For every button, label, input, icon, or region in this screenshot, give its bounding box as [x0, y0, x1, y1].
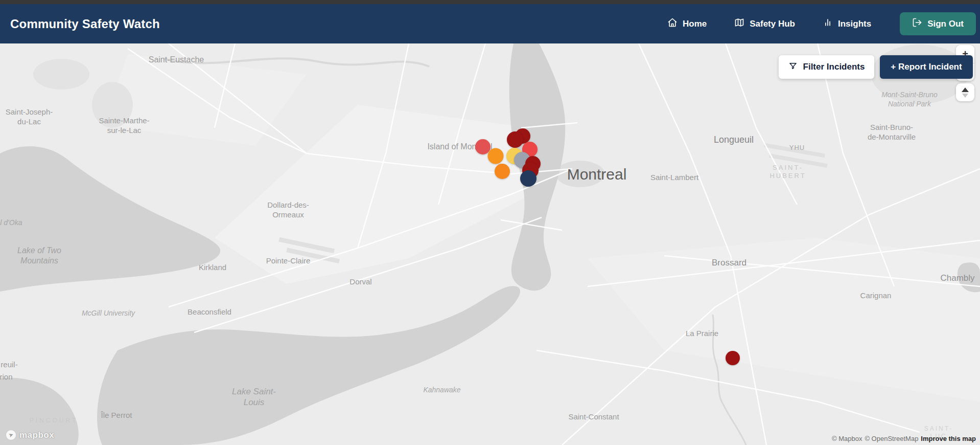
- attribution-mapbox-link[interactable]: © Mapbox: [832, 435, 862, 442]
- nav-safety-hub-label: Safety Hub: [750, 19, 795, 29]
- incident-marker[interactable]: [495, 164, 510, 179]
- filter-incidents-label: Filter Incidents: [803, 62, 865, 72]
- bar-chart-icon: [823, 17, 833, 30]
- sign-out-icon: [912, 17, 922, 30]
- pitch-up-icon: [962, 87, 969, 92]
- mapbox-logo[interactable]: ➤ mapbox: [5, 429, 54, 441]
- nav-insights[interactable]: Insights: [823, 17, 871, 30]
- pitch-toggle-button[interactable]: [956, 83, 974, 101]
- nav-home-label: Home: [683, 19, 707, 29]
- nav-insights-label: Insights: [838, 19, 871, 29]
- sign-out-label: Sign Out: [927, 19, 964, 29]
- window-top-strip: [0, 0, 980, 4]
- nav-safety-hub[interactable]: Safety Hub: [734, 17, 795, 30]
- funnel-icon: [788, 61, 798, 73]
- incident-marker[interactable]: [520, 170, 536, 187]
- map-icon: [734, 17, 744, 30]
- map-attribution: © Mapbox © OpenStreetMap Improve this ma…: [832, 435, 976, 442]
- app-header: Community Safety Watch Home Safety Hub I…: [0, 4, 980, 43]
- incident-marker[interactable]: [488, 148, 504, 164]
- mapbox-logo-icon: ➤: [5, 429, 17, 441]
- home-icon: [667, 17, 678, 30]
- attribution-osm-link[interactable]: © OpenStreetMap: [865, 435, 918, 442]
- mapbox-logo-word: mapbox: [19, 430, 54, 440]
- pitch-down-icon: [962, 94, 968, 98]
- main-nav: Home Safety Hub Insights Sign Out: [667, 12, 976, 35]
- incident-marker[interactable]: [507, 131, 523, 148]
- report-incident-button[interactable]: + Report Incident: [880, 55, 973, 79]
- improve-map-link[interactable]: Improve this map: [921, 435, 976, 442]
- filter-incidents-button[interactable]: Filter Incidents: [779, 55, 874, 79]
- incident-marker[interactable]: [726, 351, 740, 365]
- sign-out-button[interactable]: Sign Out: [900, 12, 976, 35]
- app-title: Community Safety Watch: [10, 17, 160, 31]
- map-canvas[interactable]: Saint-EustacheSaint-Joseph- du-LacSainte…: [0, 43, 980, 445]
- report-incident-label: + Report Incident: [891, 62, 962, 72]
- incident-markers-layer: [0, 43, 980, 445]
- nav-home[interactable]: Home: [667, 17, 707, 30]
